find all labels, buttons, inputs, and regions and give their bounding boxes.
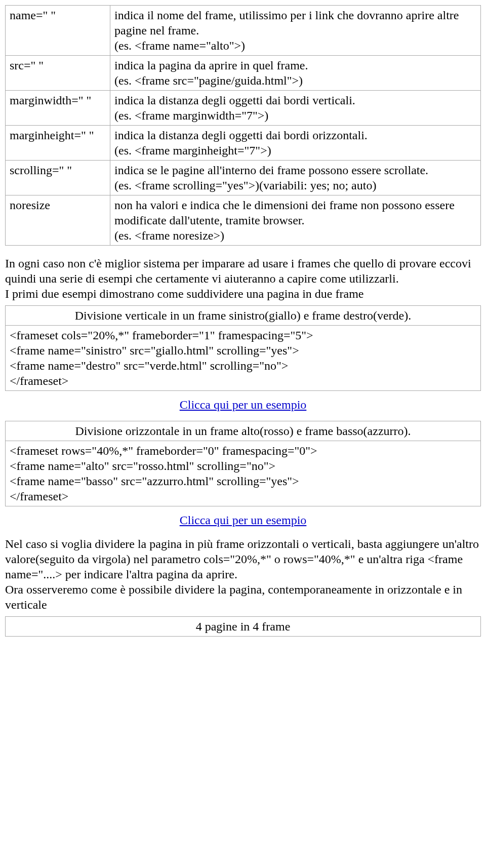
attr-desc-cell: indica il nome del frame, utilissimo per…: [110, 6, 481, 56]
table-row: marginheight=" " indica la distanza degl…: [6, 126, 481, 161]
table-row: src=" " indica la pagina da aprire in qu…: [6, 56, 481, 91]
attr-desc-cell: indica la distanza degli oggetti dai bor…: [110, 91, 481, 126]
example-header: Divisione verticale in un frame sinistro…: [6, 306, 481, 326]
example-header: 4 pagine in 4 frame: [6, 617, 481, 637]
example-table-four-frames: 4 pagine in 4 frame: [5, 616, 481, 637]
table-row: noresize non ha valori e indica che le d…: [6, 195, 481, 246]
attr-desc-cell: indica se le pagine all'interno dei fram…: [110, 161, 481, 195]
attr-desc-cell: non ha valori e indica che le dimensioni…: [110, 195, 481, 246]
example-code: <frameset rows="40%,*" frameborder="0" f…: [6, 441, 481, 506]
attr-name-cell: marginheight=" ": [6, 126, 110, 161]
attr-name-cell: scrolling=" ": [6, 161, 110, 195]
paragraph-intro: In ogni caso non c'è miglior sistema per…: [5, 256, 481, 301]
table-row: name=" " indica il nome del frame, utili…: [6, 6, 481, 56]
attr-desc-cell: indica la pagina da aprire in quel frame…: [110, 56, 481, 91]
attr-name-cell: src=" ": [6, 56, 110, 91]
example-table-horizontal: Divisione orizzontale in un frame alto(r…: [5, 421, 481, 506]
example-code: <frameset cols="20%,*" frameborder="1" f…: [6, 326, 481, 391]
attributes-table: name=" " indica il nome del frame, utili…: [5, 5, 481, 246]
paragraph-followup: Nel caso si voglia dividere la pagina in…: [5, 536, 481, 612]
example-link-1[interactable]: Clicca qui per un esempio: [180, 398, 307, 411]
example-link-2[interactable]: Clicca qui per un esempio: [180, 514, 307, 527]
table-row: marginwidth=" " indica la distanza degli…: [6, 91, 481, 126]
example-table-vertical: Divisione verticale in un frame sinistro…: [5, 305, 481, 391]
attr-name-cell: name=" ": [6, 6, 110, 56]
table-row: scrolling=" " indica se le pagine all'in…: [6, 161, 481, 195]
attr-desc-cell: indica la distanza degli oggetti dai bor…: [110, 126, 481, 161]
attr-name-cell: marginwidth=" ": [6, 91, 110, 126]
attr-name-cell: noresize: [6, 195, 110, 246]
example-header: Divisione orizzontale in un frame alto(r…: [6, 421, 481, 441]
